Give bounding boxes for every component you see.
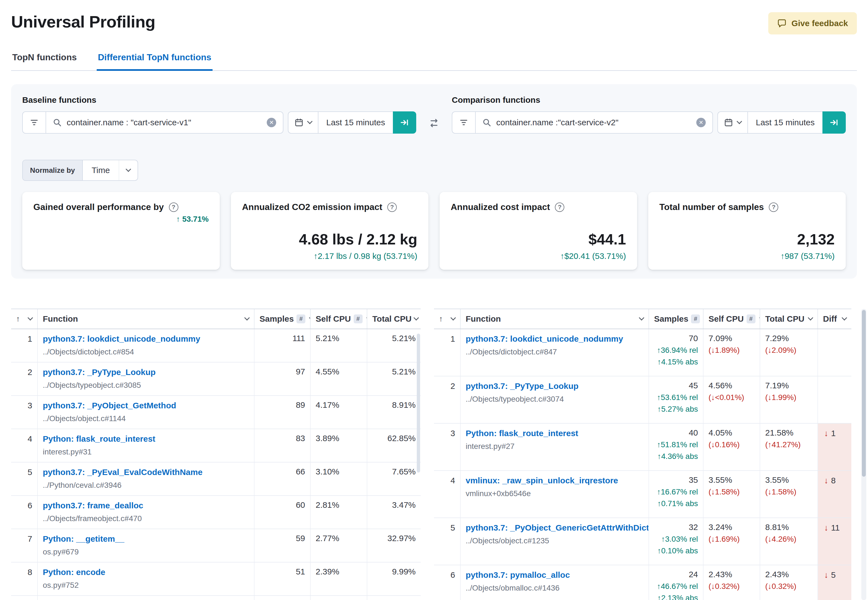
column-header-total-cpu[interactable]: Total CPU <box>760 309 818 329</box>
baseline-label: Baseline functions <box>22 95 416 105</box>
self-cpu-value: 4.05% <box>709 428 754 438</box>
self-cpu-cell: 4.56% (↓<0.01%) <box>703 376 760 423</box>
help-icon[interactable]: ? <box>555 203 564 212</box>
column-header-diff[interactable]: Diff <box>818 309 851 329</box>
column-header-function[interactable]: Function <box>38 309 254 329</box>
table-row: 5 python3.7: _PyEval_EvalCodeWithName ..… <box>11 462 421 496</box>
function-link[interactable]: Python: __getitem__ <box>43 534 124 544</box>
normalize-by-dropdown-button[interactable] <box>119 160 138 180</box>
baseline-filter-button[interactable] <box>22 111 45 133</box>
comparison-table-body: 1 python3.7: lookdict_unicode_nodummy ..… <box>434 329 851 600</box>
samples-cell: 40 ↑51.81% rel ↑4.36% abs <box>649 424 703 470</box>
function-cell: python3.7: _PyEval_EvalCodeWithName ../P… <box>38 462 254 495</box>
self-cpu-value: 3.55% <box>709 475 754 485</box>
number-field-icon: # <box>297 314 305 323</box>
self-cpu-cell: 2.35% <box>311 596 367 600</box>
row-rank: 6 <box>434 565 461 600</box>
rank-diff-cell: ↓ 5 <box>818 565 851 600</box>
function-link[interactable]: python3.7: _PyType_Lookup <box>466 381 579 391</box>
help-icon[interactable]: ? <box>387 203 397 212</box>
tab-topn-functions[interactable]: TopN functions <box>11 48 78 70</box>
total-cpu-value: 7.29% <box>765 333 812 343</box>
function-link[interactable]: Python: flask_route_interest <box>43 434 155 444</box>
total-cpu-cell: 5.21% <box>367 362 421 395</box>
table-row: 4 Python: flask_route_interest interest.… <box>11 429 421 462</box>
comparison-filter-button[interactable] <box>452 111 475 133</box>
column-header-self-cpu[interactable]: Self CPU# <box>311 309 367 329</box>
column-header-samples[interactable]: Samples# <box>254 309 311 329</box>
samples-value: 32 <box>654 523 698 532</box>
function-link[interactable]: vmlinux: _raw_spin_unlock_irqrestore <box>466 476 618 485</box>
baseline-filter-group: Baseline functions ✕ <box>22 95 416 133</box>
baseline-query-input[interactable] <box>67 118 262 127</box>
rank-sort-header[interactable]: ↑ <box>11 309 38 329</box>
comparison-query-input[interactable] <box>496 118 691 127</box>
function-source-path: ../Objects/typeobject.c#3085 <box>43 381 249 390</box>
sort-ascending-icon: ↑ <box>16 314 20 323</box>
samples-relative-change: ↑46.67% rel <box>654 582 698 591</box>
comparison-clear-query-button[interactable]: ✕ <box>696 118 706 127</box>
help-icon[interactable]: ? <box>169 203 179 212</box>
self-cpu-cell: 4.55% <box>311 362 367 395</box>
self-cpu-delta: (↓1.69%) <box>709 535 754 544</box>
cost-impact-delta: ↑$20.41 (53.71%) <box>451 252 626 261</box>
function-link[interactable]: python3.7: _PyType_Lookup <box>43 368 156 377</box>
total-cpu-cell: 7.29% (↓2.09%) <box>760 329 818 376</box>
column-header-samples[interactable]: Samples# <box>649 309 703 329</box>
comparison-search-box: ✕ <box>475 111 713 133</box>
baseline-submit-button[interactable] <box>393 111 416 133</box>
comparison-calendar-button[interactable] <box>718 112 748 133</box>
samples-absolute-change: ↑4.36% abs <box>654 452 698 461</box>
top-bar: Universal Profiling Give feedback <box>0 0 868 35</box>
function-link[interactable]: python3.7: _PyEval_EvalCodeWithName <box>43 468 203 477</box>
function-source-path: vmlinux+0xb6546e <box>466 489 644 498</box>
tables-section: ↑ Function Samples# Self CPU# Total CPU … <box>11 309 868 600</box>
baseline-table: ↑ Function Samples# Self CPU# Total CPU … <box>11 309 421 600</box>
column-header-total-cpu[interactable]: Total CPU <box>367 309 421 329</box>
baseline-table-scrollbar[interactable] <box>417 333 420 473</box>
function-link[interactable]: python3.7: frame_dealloc <box>43 501 143 510</box>
row-rank: 5 <box>11 462 38 495</box>
baseline-table-body: 1 python3.7: lookdict_unicode_nodummy ..… <box>11 329 421 600</box>
number-field-icon: # <box>747 314 756 323</box>
function-link[interactable]: python3.7: _PyObject_GenericGetAttrWithD… <box>466 523 649 532</box>
samples-cell: 24 ↑46.67% rel ↑2.13% abs <box>649 565 703 600</box>
function-cell: Python: __getitem__ os.py#679 <box>38 529 254 562</box>
help-icon[interactable]: ? <box>769 203 778 212</box>
total-cpu-value: 3.55% <box>765 475 812 485</box>
column-header-self-cpu[interactable]: Self CPU# <box>703 309 760 329</box>
function-link[interactable]: Python: encode <box>43 568 105 577</box>
table-row: 4 vmlinux: _raw_spin_unlock_irqrestore v… <box>434 471 851 518</box>
self-cpu-value: 3.24% <box>709 523 754 532</box>
total-cpu-delta: (↑41.27%) <box>765 440 812 449</box>
baseline-clear-query-button[interactable]: ✕ <box>267 118 276 127</box>
co2-impact-delta: ↑2.17 lbs / 0.98 kg (53.71%) <box>242 252 417 261</box>
scrollbar-thumb[interactable] <box>862 310 866 477</box>
rank-diff-cell: ↓ 8 <box>818 471 851 518</box>
column-header-function[interactable]: Function <box>461 309 649 329</box>
swap-icon <box>429 118 439 128</box>
function-link[interactable]: Python: flask_route_interest <box>466 429 578 438</box>
comparison-submit-button[interactable] <box>823 111 846 133</box>
swap-sides-button[interactable] <box>416 112 452 134</box>
page-scrollbar[interactable] <box>861 309 866 600</box>
samples-cell: 70 ↑36.94% rel ↑4.15% abs <box>649 329 703 376</box>
comparison-time-range[interactable]: Last 15 minutes <box>748 112 823 133</box>
card-title: Annualized cost impact <box>451 202 550 212</box>
baseline-time-range[interactable]: Last 15 minutes <box>318 112 393 133</box>
function-link[interactable]: python3.7: lookdict_unicode_nodummy <box>466 334 623 344</box>
rank-diff-cell <box>818 329 851 376</box>
function-link[interactable]: python3.7: lookdict_unicode_nodummy <box>43 334 200 344</box>
give-feedback-button[interactable]: Give feedback <box>768 12 857 35</box>
rank-sort-header[interactable]: ↑ <box>434 309 461 329</box>
baseline-calendar-button[interactable] <box>288 112 318 133</box>
table-row: 2 python3.7: _PyType_Lookup ../Objects/t… <box>434 376 851 424</box>
normalize-by-value[interactable]: Time <box>83 160 119 180</box>
function-link[interactable]: python3.7: pymalloc_alloc <box>466 570 570 580</box>
universal-profiling-page: Universal Profiling Give feedback TopN f… <box>0 0 868 600</box>
function-link[interactable]: python3.7: _PyObject_GetMethod <box>43 401 176 410</box>
self-cpu-delta: (↓<0.01%) <box>709 393 754 402</box>
tab-differential-topn-functions[interactable]: Differential TopN functions <box>97 48 212 70</box>
chevron-down-icon <box>450 315 456 321</box>
self-cpu-value: 2.43% <box>709 570 754 579</box>
